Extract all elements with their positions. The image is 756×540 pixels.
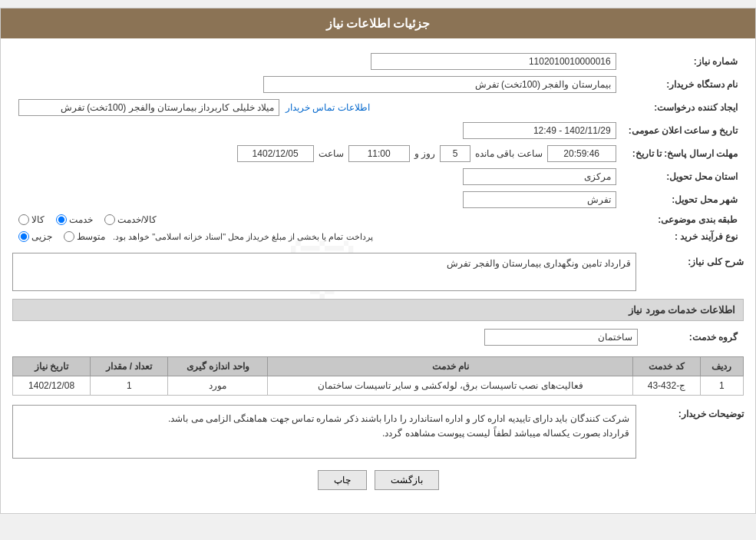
buyer-notes-label: توضیحات خریدار: <box>644 405 744 419</box>
response-time-label: ساعت <box>319 148 344 159</box>
buttons-row: بازگشت چاپ <box>12 470 744 502</box>
buyer-name-label: نام دستگاه خریدار: <box>622 73 744 96</box>
col-count: تعداد / مقدار <box>91 357 168 376</box>
response-date-field: 1402/12/05 <box>237 145 314 162</box>
service-group-table: گروه خدمت: ساختمان <box>12 326 744 349</box>
service-info-header: اطلاعات خدمات مورد نیاز <box>12 299 744 321</box>
remaining-days-field: 5 <box>440 145 470 162</box>
radio-kala-khedmat[interactable]: کالا/خدمت <box>104 214 157 225</box>
need-number-label: شماره نیاز: <box>622 50 744 73</box>
radio-kala-label: کالا <box>31 214 45 225</box>
category-radios: کالا/خدمت خدمت کالا <box>12 211 622 228</box>
announce-date-label: تاریخ و ساعت اعلان عمومی: <box>622 119 744 142</box>
city-field: تفرش <box>463 191 616 208</box>
cell-count: 1 <box>91 376 168 396</box>
creator-row: اطلاعات تماس خریدار میلاد خلیلی کاربرداز… <box>12 96 622 119</box>
purchase-note: پرداخت تمام یا بخشی از مبلغ خریداز محل "… <box>113 232 373 242</box>
service-group-field: ساختمان <box>484 329 638 346</box>
remaining-time-field: 20:59:46 <box>547 145 616 162</box>
print-button[interactable]: چاپ <box>318 470 367 490</box>
service-table: ردیف کد خدمت نام خدمت واحد اندازه گیری ت… <box>12 356 744 396</box>
service-group-value: ساختمان <box>12 326 644 349</box>
col-service-name: نام خدمت <box>268 357 633 376</box>
buyer-notes-field: شرکت کنندگان باید دارای تاییدیه اداره کا… <box>12 405 636 459</box>
radio-khedmat[interactable]: خدمت <box>56 214 93 225</box>
page-title: جزئیات اطلاعات نیاز <box>1 8 755 38</box>
need-description-container: 🛡 قرارداد تامین ونگهداری بیمارستان والفج… <box>12 253 636 291</box>
city-value: تفرش <box>12 188 622 211</box>
need-description-field: قرارداد تامین ونگهداری بیمارستان والفجر … <box>12 253 636 291</box>
province-field: مرکزی <box>463 168 616 185</box>
radio-jozii-label: جزیی <box>31 231 52 242</box>
col-date: تاریخ نیاز <box>13 357 91 376</box>
col-unit: واحد اندازه گیری <box>168 357 268 376</box>
announce-date-value: 1402/11/29 - 12:49 <box>12 119 622 142</box>
buyer-name-value: بیمارستان والفجر (100تخت) تفرش <box>12 73 622 96</box>
radio-motavasset-label: متوسط <box>77 231 105 242</box>
creator-field: میلاد خلیلی کاربرداز بیمارستان والفجر (1… <box>18 99 279 116</box>
need-description-label: شرح کلی نیاز: <box>644 253 744 267</box>
col-row-num: ردیف <box>700 357 743 376</box>
buyer-name-field: بیمارستان والفجر (100تخت) تفرش <box>263 76 616 93</box>
province-value: مرکزی <box>12 165 622 188</box>
radio-kala-khedmat-label: کالا/خدمت <box>117 214 157 225</box>
response-deadline-row: 20:59:46 ساعت باقی مانده 5 روز و 11:00 س… <box>12 142 622 165</box>
cell-unit: مورد <box>168 376 268 396</box>
city-label: شهر محل تحویل: <box>622 188 744 211</box>
purchase-type-label: نوع فرآیند خرید : <box>622 228 744 245</box>
announce-date-field: 1402/11/29 - 12:49 <box>463 122 616 139</box>
radio-kala[interactable]: کالا <box>18 214 45 225</box>
radio-jozii[interactable]: جزیی <box>18 231 52 242</box>
remaining-days-label: روز و <box>414 148 435 159</box>
creator-label: ایجاد کننده درخواست: <box>622 96 744 119</box>
table-row: 1 ج-432-43 فعالیت‌های نصب تاسیسات برق، ل… <box>13 376 744 396</box>
buyer-notes-section: توضیحات خریدار: شرکت کنندگان باید دارای … <box>12 405 744 459</box>
category-label: طبقه بندی موضوعی: <box>622 211 744 228</box>
contact-link[interactable]: اطلاعات تماس خریدار <box>286 102 370 113</box>
need-number-field: 1102010010000016 <box>371 53 616 70</box>
radio-motavasset[interactable]: متوسط <box>64 231 105 242</box>
response-deadline-label: مهلت ارسال پاسخ: تا تاریخ: <box>622 142 744 165</box>
need-number-value: 1102010010000016 <box>12 50 622 73</box>
content-area: شماره نیاز: 1102010010000016 نام دستگاه … <box>1 38 755 513</box>
response-time-field: 11:00 <box>348 145 410 162</box>
cell-service-code: ج-432-43 <box>633 376 700 396</box>
col-service-code: کد خدمت <box>633 357 700 376</box>
purchase-type-row: پرداخت تمام یا بخشی از مبلغ خریداز محل "… <box>12 228 622 245</box>
cell-row-num: 1 <box>700 376 743 396</box>
radio-khedmat-label: خدمت <box>69 214 93 225</box>
cell-date: 1402/12/08 <box>13 376 91 396</box>
cell-service-name: فعالیت‌های نصب تاسیسات برق، لوله‌کشی و س… <box>268 376 633 396</box>
province-label: استان محل تحویل: <box>622 165 744 188</box>
service-group-label: گروه خدمت: <box>644 326 744 349</box>
info-table: شماره نیاز: 1102010010000016 نام دستگاه … <box>12 50 744 245</box>
remaining-time-label: ساعت باقی مانده <box>475 148 543 159</box>
back-button[interactable]: بازگشت <box>375 470 439 490</box>
page-container: جزئیات اطلاعات نیاز شماره نیاز: 11020100… <box>0 8 756 514</box>
